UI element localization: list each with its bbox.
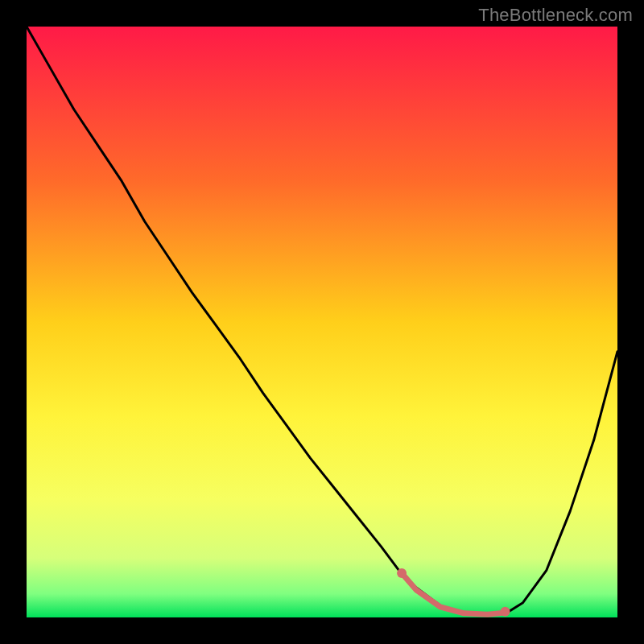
plot-area <box>27 27 617 617</box>
highlight-dot <box>501 607 510 617</box>
gradient-background <box>27 27 617 617</box>
chart-container: TheBottleneck.com <box>0 0 644 644</box>
highlight-dot <box>397 568 407 578</box>
chart-svg <box>27 27 617 617</box>
watermark-text: TheBottleneck.com <box>478 5 633 26</box>
